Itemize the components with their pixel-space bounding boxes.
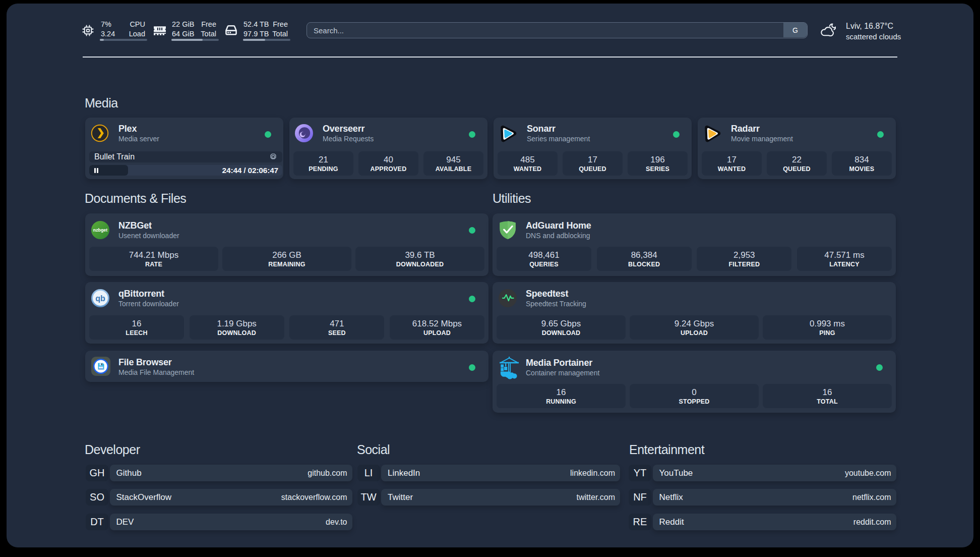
svg-text:nzbget: nzbget (93, 228, 107, 233)
svg-text:qb: qb (95, 294, 105, 303)
